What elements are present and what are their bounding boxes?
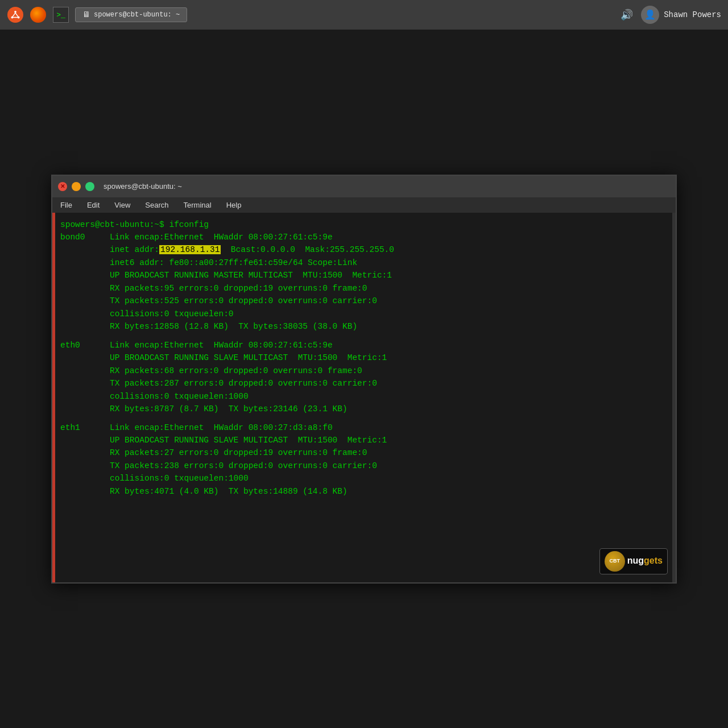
cbt-nuggets-logo: CBT nuggets <box>599 548 668 574</box>
window-title: spowers@cbt-ubuntu: ~ <box>104 182 182 191</box>
ubuntu-logo-button[interactable] <box>7 6 24 23</box>
menu-file[interactable]: File <box>58 200 75 210</box>
command-prompt: spowers@cbt-ubuntu:~$ ifconfig <box>60 218 668 231</box>
taskbar: >_ 🖥 spowers@cbt-ubuntu: ~ 🔊 👤 Shawn Pow… <box>0 0 728 30</box>
gap-1 <box>60 333 668 339</box>
volume-icon[interactable]: 🔊 <box>621 9 633 21</box>
eth1-col-line: collisions:0 txqueuelen:1000 <box>60 472 668 485</box>
ip-highlight: 192.168.1.31 <box>159 245 221 254</box>
taskbar-right-area: 🔊 👤 Shawn Powers <box>621 6 721 24</box>
terminal-body[interactable]: spowers@cbt-ubuntu:~$ ifconfig bond0 Lin… <box>52 213 676 582</box>
close-button[interactable]: ✕ <box>58 182 67 191</box>
left-red-bar <box>52 213 55 582</box>
maximize-button[interactable] <box>85 182 94 191</box>
open-terminal-tab[interactable]: 🖥 spowers@cbt-ubuntu: ~ <box>75 7 187 22</box>
eth0-link-line: eth0 Link encap:Ethernet HWaddr 08:00:27… <box>60 339 668 351</box>
eth0-bytes-line: RX bytes:8787 (8.7 KB) TX bytes:23146 (2… <box>60 403 668 415</box>
eth1-link-line: eth1 Link encap:Ethernet HWaddr 08:00:27… <box>60 421 668 434</box>
menu-search[interactable]: Search <box>143 200 171 210</box>
terminal-tab-label: spowers@cbt-ubuntu: ~ <box>94 11 180 19</box>
user-area[interactable]: 👤 Shawn Powers <box>641 6 721 24</box>
firefox-button[interactable] <box>30 6 47 23</box>
menu-edit[interactable]: Edit <box>85 200 102 210</box>
eth1-bytes-line: RX bytes:4071 (4.0 KB) TX bytes:14889 (1… <box>60 485 668 498</box>
bond0-tx-line: TX packets:525 errors:0 dropped:0 overru… <box>60 295 668 307</box>
ubuntu-icon <box>7 7 23 23</box>
bond0-inet6-line: inet6 addr: fe80::a00:27ff:fe61:c59e/64 … <box>60 257 668 269</box>
eth1-tx-line: TX packets:238 errors:0 dropped:0 overru… <box>60 460 668 472</box>
avatar: 👤 <box>641 6 659 24</box>
eth0-tx-line: TX packets:287 errors:0 dropped:0 overru… <box>60 377 668 390</box>
scrollbar[interactable] <box>672 213 676 582</box>
gap-2 <box>60 416 668 421</box>
terminal-launcher-icon: >_ <box>53 7 69 23</box>
terminal-menubar: File Edit View Search Terminal Help <box>52 197 676 213</box>
eth0-col-line: collisions:0 txqueuelen:1000 <box>60 390 668 403</box>
svg-point-0 <box>14 11 16 13</box>
eth1-flags-line: UP BROADCAST RUNNING SLAVE MULTICAST MTU… <box>60 434 668 446</box>
menu-terminal[interactable]: Terminal <box>181 200 214 210</box>
bond0-col-line: collisions:0 txqueuelen:0 <box>60 308 668 320</box>
eth0-rx-line: RX packets:68 errors:0 dropped:0 overrun… <box>60 365 668 377</box>
cbt-logo-text: nuggets <box>627 554 663 568</box>
eth1-rx-line: RX packets:27 errors:0 dropped:19 overru… <box>60 446 668 459</box>
firefox-icon <box>30 7 46 23</box>
bond0-inet-line: inet addr:192.168.1.31 Bcast:0.0.0.0 Mas… <box>60 243 668 256</box>
terminal-launcher-button[interactable]: >_ <box>52 6 69 23</box>
bond0-bytes-line: RX bytes:12858 (12.8 KB) TX bytes:38035 … <box>60 320 668 333</box>
menu-view[interactable]: View <box>112 200 133 210</box>
user-name-label: Shawn Powers <box>664 10 721 19</box>
bond0-link-line: bond0 Link encap:Ethernet HWaddr 08:00:2… <box>60 231 668 243</box>
menu-help[interactable]: Help <box>224 200 244 210</box>
terminal-titlebar: ✕ spowers@cbt-ubuntu: ~ <box>52 176 676 197</box>
terminal-tab-icon: 🖥 <box>82 10 90 19</box>
eth0-flags-line: UP BROADCAST RUNNING SLAVE MULTICAST MTU… <box>60 351 668 364</box>
cbt-circle-icon: CBT <box>605 551 625 572</box>
terminal-window: ✕ spowers@cbt-ubuntu: ~ File Edit View S… <box>51 175 677 584</box>
main-area: ✕ spowers@cbt-ubuntu: ~ File Edit View S… <box>0 30 728 728</box>
bond0-rx-line: RX packets:95 errors:0 dropped:19 overru… <box>60 282 668 295</box>
minimize-button[interactable] <box>72 182 81 191</box>
bond0-flags-line: UP BROADCAST RUNNING MASTER MULTICAST MT… <box>60 269 668 282</box>
